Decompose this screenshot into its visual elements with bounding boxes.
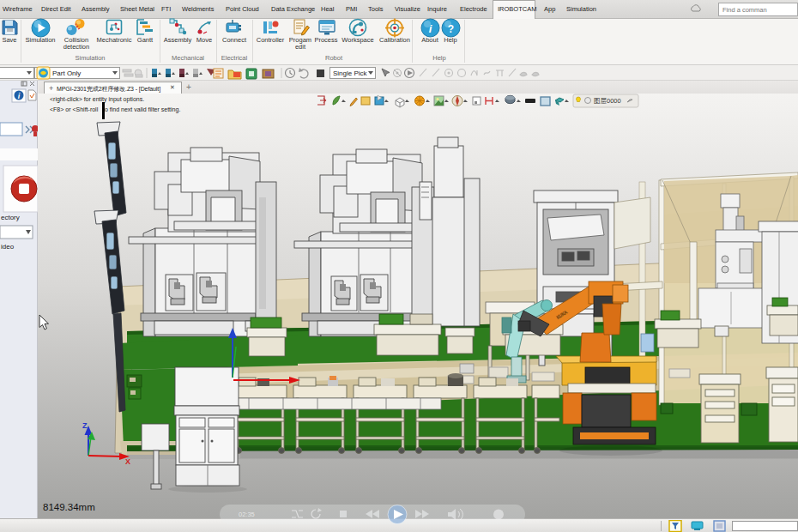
svg-text:Z: Z xyxy=(82,421,88,430)
svg-text:X: X xyxy=(125,457,130,466)
svg-text:图层0000: 图层0000 xyxy=(594,97,621,105)
svg-text:02:35: 02:35 xyxy=(239,511,255,518)
